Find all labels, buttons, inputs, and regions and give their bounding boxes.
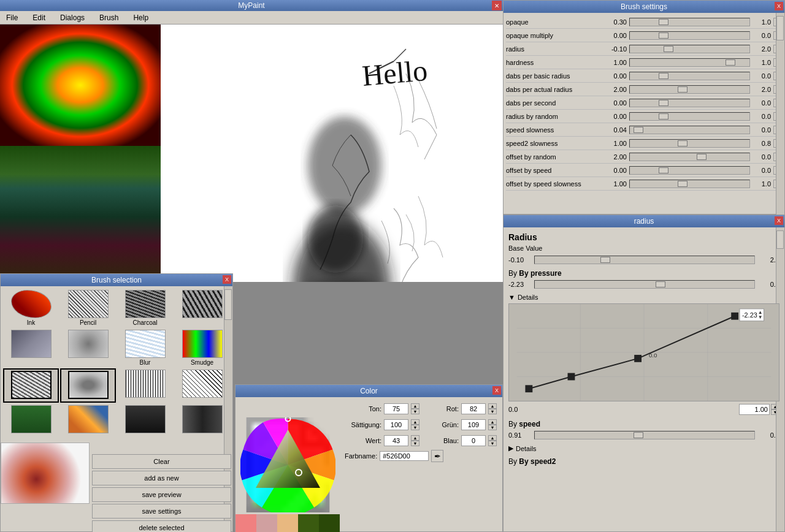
bs-row-thumb[interactable] — [678, 181, 687, 187]
bs-row-thumb[interactable] — [659, 32, 668, 39]
pressure-graph[interactable]: -2.23 ▲ ▼ 0.0 — [508, 303, 779, 401]
menu-brush[interactable]: Brush — [96, 12, 122, 23]
wert-down[interactable]: ▼ — [411, 441, 419, 446]
brush-item-charcoal[interactable]: Charcoal — [117, 289, 173, 327]
menu-dialogs[interactable]: Dialogs — [56, 12, 88, 23]
bs-row-track[interactable] — [629, 58, 750, 67]
swatch-3[interactable] — [298, 514, 319, 532]
bs-row-track[interactable] — [629, 112, 750, 121]
menu-help[interactable]: Help — [129, 12, 152, 23]
bs-row-track[interactable] — [629, 72, 750, 80]
speed-details-btn[interactable]: ▶ Details — [508, 444, 537, 452]
wert-input[interactable] — [384, 435, 408, 446]
bs-scroll-thumb[interactable] — [776, 16, 784, 40]
bs-row-value: 1.00 — [603, 59, 627, 66]
delete-selected-button[interactable]: delete selected — [92, 520, 231, 532]
pressure-track[interactable] — [534, 280, 755, 289]
brush-item-wavy[interactable] — [117, 368, 173, 403]
grun-down[interactable]: ▼ — [488, 425, 497, 430]
grun-up[interactable]: ▲ — [488, 419, 497, 425]
bs-row-track[interactable] — [629, 45, 750, 53]
bs-row-track[interactable] — [629, 18, 750, 26]
graph-right-input[interactable] — [739, 404, 770, 415]
rot-input[interactable] — [461, 403, 486, 414]
swatch-0[interactable] — [236, 514, 256, 532]
menu-file[interactable]: File — [2, 12, 21, 23]
bs-row-track[interactable] — [629, 166, 750, 175]
brush-scroll-thumb[interactable] — [224, 289, 232, 320]
base-value-thumb[interactable] — [600, 257, 610, 263]
canvas-area[interactable]: Hello — [0, 25, 503, 282]
eyedropper-button[interactable]: ✒ — [431, 450, 443, 462]
rot-down[interactable]: ▼ — [488, 409, 497, 414]
bs-row-thumb[interactable] — [659, 19, 668, 25]
bs-row-thumb[interactable] — [678, 86, 687, 93]
brush-item-ink[interactable]: Ink — [3, 289, 59, 327]
speed-thumb[interactable] — [634, 432, 643, 438]
details-expand-button[interactable]: ▼ Details — [508, 294, 538, 301]
bs-row-track[interactable] — [629, 126, 750, 134]
blau-down[interactable]: ▼ — [488, 441, 497, 446]
farbname-input[interactable] — [380, 451, 429, 461]
main-close-button[interactable]: ✕ — [492, 1, 502, 10]
blau-up[interactable]: ▲ — [488, 435, 497, 441]
bs-row-thumb[interactable] — [726, 59, 735, 66]
brush-item-cross[interactable] — [174, 368, 230, 403]
drawing-canvas[interactable]: Hello — [161, 25, 503, 282]
brush-item-smudge[interactable]: Smudge — [174, 329, 230, 367]
brush-item-grass[interactable] — [3, 404, 59, 436]
brush-item-smudge2[interactable] — [60, 329, 116, 367]
bs-row-track[interactable] — [629, 31, 750, 40]
ton-up[interactable]: ▲ — [411, 403, 419, 409]
brush-item-smudge1[interactable] — [3, 329, 59, 367]
bs-row-thumb[interactable] — [697, 154, 706, 160]
bs-row-thumb[interactable] — [659, 100, 668, 106]
speed-track[interactable] — [534, 431, 755, 439]
bs-row-track[interactable] — [629, 85, 750, 94]
swatch-1[interactable] — [256, 514, 277, 532]
bs-row-thumb[interactable] — [659, 113, 668, 120]
save-preview-button[interactable]: save preview — [92, 487, 231, 502]
brush-item-dark1[interactable] — [117, 404, 173, 436]
save-settings-button[interactable]: save settings — [92, 504, 231, 519]
bs-row-thumb[interactable] — [659, 167, 668, 173]
base-value-track[interactable] — [534, 256, 755, 264]
pressure-thumb[interactable] — [656, 281, 665, 287]
swatch-2[interactable] — [277, 514, 298, 532]
bs-row-thumb[interactable] — [659, 73, 668, 79]
color-panel-close-button[interactable]: X — [492, 386, 501, 395]
rot-up[interactable]: ▲ — [488, 403, 497, 409]
bs-scrollbar[interactable] — [776, 13, 784, 215]
brush-item-blur[interactable]: Blur — [117, 329, 173, 367]
wert-up[interactable]: ▲ — [411, 435, 419, 441]
swatch-4[interactable] — [319, 514, 340, 532]
bs-row-thumb[interactable] — [678, 140, 687, 146]
brush-item-flowers[interactable] — [60, 404, 116, 436]
menu-edit[interactable]: Edit — [29, 12, 49, 23]
brush-panel-close-button[interactable]: X — [223, 275, 231, 284]
add-as-new-button[interactable]: add as new — [92, 471, 231, 485]
brush-item-charcoal2[interactable] — [174, 289, 230, 327]
radius-close-button[interactable]: X — [775, 216, 783, 225]
sattigung-input[interactable] — [384, 419, 408, 430]
ton-input[interactable] — [384, 403, 408, 414]
bs-row-thumb[interactable] — [664, 46, 673, 52]
brush-item-dark2[interactable] — [174, 404, 230, 436]
brush-item-pencil[interactable]: Pencil — [60, 289, 116, 327]
rp-scroll-thumb[interactable] — [776, 230, 784, 249]
bs-row-track[interactable] — [629, 99, 750, 107]
bs-row-track[interactable] — [629, 180, 750, 188]
blau-input[interactable] — [461, 435, 486, 446]
color-wheel-container[interactable] — [240, 417, 335, 512]
clear-button[interactable]: Clear — [92, 454, 231, 469]
grun-input[interactable] — [461, 419, 486, 430]
sattigung-down[interactable]: ▼ — [411, 425, 419, 430]
bs-row-track[interactable] — [629, 153, 750, 161]
ton-down[interactable]: ▼ — [411, 409, 419, 414]
brush-item-sel2[interactable] — [60, 368, 116, 403]
bs-row-thumb[interactable] — [634, 127, 643, 133]
brush-settings-close[interactable]: X — [775, 2, 783, 10]
brush-item-sel1[interactable] — [3, 368, 59, 403]
bs-row-track[interactable] — [629, 139, 750, 148]
sattigung-up[interactable]: ▲ — [411, 419, 419, 425]
